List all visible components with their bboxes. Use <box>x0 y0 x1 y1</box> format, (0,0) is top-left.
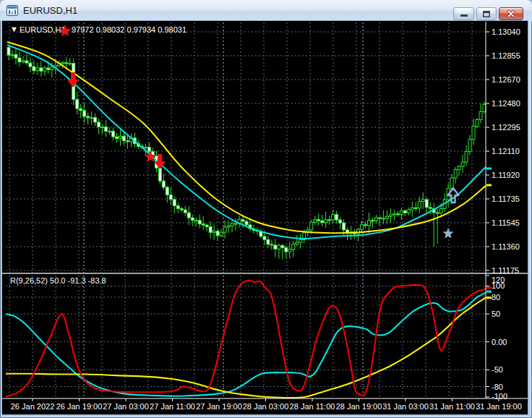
time-tick-label: 28 Jan 03:00 <box>243 402 289 411</box>
candle-body <box>194 221 197 221</box>
candle-body <box>76 100 79 108</box>
candle-body <box>285 247 288 252</box>
indicator-label: R(9,26,52) 50.0 -91.3 -83.8 <box>10 276 106 285</box>
time-tick-label: 31 Jan 03:00 <box>382 402 429 411</box>
candle-body <box>389 215 392 216</box>
candle-body <box>325 220 327 223</box>
candle-body <box>112 131 115 137</box>
candle-body <box>425 200 428 208</box>
time-tick-label: 27 Jan 03:00 <box>103 402 149 411</box>
candle-body <box>87 116 90 118</box>
price-tick-label: 1.12480 <box>492 99 520 108</box>
candle-body <box>180 208 183 210</box>
candle-body <box>184 210 186 213</box>
candle-body <box>116 137 119 138</box>
candle-body <box>278 245 280 249</box>
candle-body <box>47 68 50 69</box>
candle-body <box>450 178 453 188</box>
candle-body <box>14 54 17 58</box>
candle-body <box>119 136 122 138</box>
candle-body <box>270 244 273 245</box>
candle-body <box>288 249 291 252</box>
candle-body <box>11 54 14 55</box>
price-tick-label: 1.11545 <box>492 218 520 227</box>
price-tick-label: 1.11920 <box>492 171 520 179</box>
candle-body <box>98 122 100 127</box>
time-tick-label: 28 Jan 19:00 <box>336 402 382 411</box>
candle-body <box>361 225 364 229</box>
candle-body <box>213 231 215 233</box>
candle-body <box>418 201 421 208</box>
candle-body <box>292 244 295 249</box>
close-button[interactable] <box>499 7 523 20</box>
indicator-tick-label: 80 <box>492 293 500 302</box>
time-tick-label: 26 Jan 2022 <box>11 402 55 411</box>
candle-body <box>328 220 331 221</box>
symbol-period-label: EURUSD,H1 <box>20 25 66 34</box>
candle-body <box>396 214 399 215</box>
candle-body <box>234 223 237 224</box>
candle-body <box>241 220 244 221</box>
minimize-icon <box>460 10 468 17</box>
candle-body <box>429 208 432 208</box>
candle-body <box>231 223 233 226</box>
candle-body <box>162 181 165 187</box>
candle-body <box>94 118 97 122</box>
window-title: EURUSD,H1 <box>23 5 77 16</box>
candle-body <box>40 68 43 71</box>
candle-body <box>367 221 370 226</box>
candle-body <box>166 187 168 195</box>
candle-body <box>227 226 230 227</box>
candle-body <box>310 222 313 230</box>
candle-body <box>65 63 68 64</box>
candle-body <box>296 242 299 244</box>
price-tick-label: 1.11175 <box>492 266 519 275</box>
candle-body <box>483 104 486 111</box>
candle-body <box>223 227 226 232</box>
chart-window-icon <box>7 5 18 16</box>
axis-value-marker <box>486 168 492 170</box>
candle-body <box>80 108 82 111</box>
candle-body <box>173 200 176 206</box>
minimize-button[interactable] <box>453 7 474 20</box>
chart-dropdown-arrow[interactable]: ▼ <box>10 25 18 33</box>
candle-body <box>476 119 479 126</box>
candle-body <box>472 127 475 140</box>
ohlc-values: 97972 0.98032 0.97934 0.98031 <box>72 25 186 34</box>
chart-canvas[interactable]: 1.130401.128551.126701.124801.122951.121… <box>2 21 528 414</box>
price-tick-label: 1.12110 <box>492 147 520 155</box>
candle-body <box>43 68 46 71</box>
candle-body <box>209 227 212 233</box>
candle-body <box>205 225 208 226</box>
candle-body <box>25 61 28 63</box>
price-tick-label: 1.12295 <box>492 123 520 132</box>
time-tick-label: 31 Jan 11:00 <box>429 402 475 411</box>
restore-button[interactable] <box>476 7 497 20</box>
candle-body <box>144 148 147 148</box>
candle-body <box>421 200 424 202</box>
candle-body <box>18 58 21 61</box>
candle-body <box>69 64 72 64</box>
candle-body <box>216 231 219 236</box>
candle-body <box>458 166 460 169</box>
candle-body <box>414 208 417 208</box>
candle-body <box>407 210 410 213</box>
time-tick-label: 28 Jan 11:00 <box>290 402 335 411</box>
candle-body <box>411 208 413 210</box>
time-tick-label: 26 Jan 19:00 <box>56 402 103 411</box>
candle-body <box>51 67 53 70</box>
time-tick-label: 27 Jan 11:00 <box>150 402 195 411</box>
titlebar[interactable]: EURUSD,H1 <box>0 0 532 21</box>
price-tick-label: 1.12855 <box>492 51 520 60</box>
candle-body <box>187 213 190 218</box>
candle-body <box>36 68 39 71</box>
candle-body <box>317 220 320 221</box>
candle-body <box>90 118 93 119</box>
candle-body <box>374 218 377 221</box>
candle-body <box>385 216 388 218</box>
candle-body <box>436 213 439 213</box>
candle-body <box>29 63 32 67</box>
candle-body <box>158 168 161 181</box>
candle-body <box>191 218 194 221</box>
chart-window: EURUSD,H1 1.130401.128551.126701.124801.… <box>0 0 532 418</box>
